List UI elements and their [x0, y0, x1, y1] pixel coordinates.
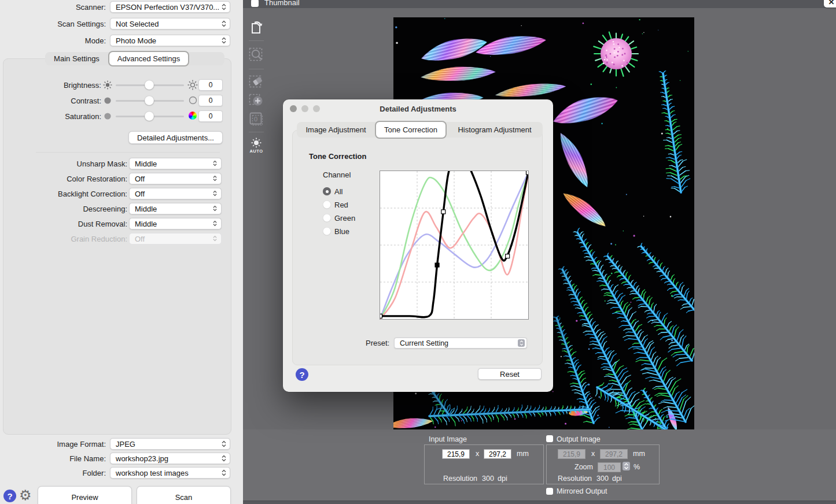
- unsharp-mask-label: Unsharp Mask:: [77, 160, 127, 168]
- chevron-updown-icon: [222, 37, 226, 44]
- tone-correction-heading: Tone Correction: [309, 152, 366, 161]
- folder-select[interactable]: workshop test images: [110, 467, 230, 479]
- eraser-icon[interactable]: [249, 74, 264, 89]
- color-restoration-label: Color Restoration:: [67, 175, 127, 183]
- contrast-value[interactable]: 0: [198, 95, 223, 106]
- settings-tabs: Main Settings Advanced Settings: [45, 52, 224, 65]
- radio-channel-green[interactable]: [323, 214, 331, 222]
- contrast-label: Contrast:: [71, 97, 101, 105]
- zoom-stepper[interactable]: [623, 462, 630, 470]
- chevron-updown-icon: [222, 469, 226, 476]
- chevron-updown-icon: [213, 220, 218, 227]
- dialog-help-button[interactable]: ?: [296, 368, 308, 381]
- mode-label: Mode:: [85, 36, 106, 45]
- preview-button[interactable]: Preview: [38, 486, 132, 504]
- counter-value: 0: [254, 116, 257, 123]
- zoom-label: Zoom: [574, 463, 593, 471]
- radio-channel-blue[interactable]: [323, 227, 331, 235]
- brightness-slider-knob[interactable]: [145, 80, 154, 90]
- chevron-updown-icon: [222, 440, 226, 447]
- brightness-value[interactable]: 0: [198, 79, 223, 91]
- file-name-label: File Name:: [69, 454, 106, 463]
- mode-select[interactable]: Photo Mode: [110, 35, 230, 46]
- output-image-checkbox[interactable]: [546, 435, 553, 442]
- reset-button[interactable]: Reset: [478, 368, 542, 380]
- folder-label: Folder:: [83, 469, 106, 477]
- channel-label: Channel: [323, 171, 351, 179]
- radio-channel-all[interactable]: [323, 187, 331, 195]
- window-bottom-edge: [243, 501, 836, 504]
- scan-button[interactable]: Scan: [137, 486, 231, 504]
- help-button[interactable]: ?: [3, 490, 16, 502]
- mirrored-output-checkbox[interactable]: [546, 488, 553, 495]
- grain-reduction-label: Grain Reduction:: [71, 235, 127, 243]
- saturation-colorwheel-icon: [189, 112, 197, 120]
- dust-removal-value: Middle: [135, 220, 157, 228]
- grain-reduction-select: Off: [129, 233, 222, 244]
- saturation-value[interactable]: 0: [198, 110, 223, 122]
- detailed-adjustments-button[interactable]: Detailed Adjustments...: [128, 131, 223, 144]
- close-button[interactable]: ✕: [824, 0, 836, 8]
- grain-reduction-value: Off: [135, 235, 145, 243]
- auto-exposure-icon[interactable]: AUTO: [249, 138, 264, 154]
- toolbar-divider: [249, 132, 264, 132]
- image-format-select[interactable]: JPEG: [110, 438, 230, 450]
- input-image-title: Input Image: [429, 435, 467, 443]
- radio-channel-blue-label: Blue: [334, 227, 349, 236]
- rotate-icon[interactable]: [249, 21, 264, 36]
- color-restoration-select[interactable]: Off: [129, 173, 222, 184]
- preset-select[interactable]: Current Setting: [394, 338, 527, 349]
- tone-curve-editor[interactable]: [380, 171, 529, 320]
- zoom-marquee-icon[interactable]: [249, 47, 264, 63]
- detailed-adjustments-dialog: Detailed Adjustments Image Adjustment To…: [283, 99, 553, 392]
- add-marquee-icon[interactable]: [249, 92, 264, 108]
- toolbar-divider: [249, 40, 264, 41]
- input-unit-label: mm: [517, 450, 529, 458]
- saturation-slider-knob[interactable]: [145, 112, 154, 121]
- gear-icon[interactable]: ⚙: [19, 487, 32, 503]
- descreening-select[interactable]: Middle: [129, 203, 222, 214]
- brightness-high-icon: [187, 80, 198, 92]
- chevron-updown-icon: [222, 20, 226, 27]
- scanner-select[interactable]: EPSON Perfection V37/V370...: [110, 1, 230, 13]
- folder-value: workshop test images: [116, 469, 189, 477]
- chevron-updown-icon: [213, 175, 218, 182]
- saturation-label: Saturation:: [65, 112, 101, 121]
- brightness-label: Brightness:: [64, 81, 101, 90]
- tab-histogram-adjustment[interactable]: Histogram Adjustment: [447, 122, 543, 138]
- divider: [36, 152, 220, 153]
- scan-settings-select[interactable]: Not Selected: [110, 18, 230, 29]
- input-image-box: 215,9 x 297,2 mm Resolution 300 dpi: [424, 444, 544, 484]
- input-width-field[interactable]: 215,9: [442, 449, 470, 459]
- thumbnail-checkbox[interactable]: [251, 0, 259, 7]
- contrast-slider-knob[interactable]: [145, 96, 154, 105]
- output-width-field: 215,9: [558, 449, 585, 459]
- input-resolution-label: Resolution: [443, 475, 477, 483]
- preview-topbar: Thumbnail ✕: [243, 0, 836, 8]
- backlight-correction-select[interactable]: Off: [129, 188, 222, 199]
- input-x-separator: x: [476, 450, 479, 458]
- scan-settings-label: Scan Settings:: [57, 20, 106, 28]
- settings-pane: [3, 58, 231, 435]
- dialog-tabs: Image Adjustment Tone Correction Histogr…: [297, 122, 543, 138]
- input-height-field[interactable]: 297,2: [484, 449, 511, 459]
- tab-main-settings[interactable]: Main Settings: [45, 52, 108, 65]
- radio-channel-red[interactable]: [323, 201, 331, 209]
- tab-image-adjustment[interactable]: Image Adjustment: [297, 122, 375, 138]
- marquee-counter-icon[interactable]: 0: [249, 112, 264, 127]
- dust-removal-select[interactable]: Middle: [129, 218, 222, 229]
- preset-value: Current Setting: [400, 339, 448, 347]
- radio-channel-red-label: Red: [334, 201, 348, 209]
- chevron-updown-icon: [213, 205, 218, 212]
- output-image-box: 215,9 x 297,2 mm Zoom 100 % Resolution 3…: [546, 444, 660, 484]
- chevron-updown-icon: [222, 3, 226, 10]
- unsharp-mask-select[interactable]: Middle: [129, 158, 222, 169]
- saturation-low-icon: [104, 112, 112, 123]
- tab-tone-correction[interactable]: Tone Correction: [375, 121, 447, 139]
- zoom-field: 100: [598, 462, 621, 472]
- file-name-select[interactable]: workshop23.jpg: [110, 453, 230, 464]
- tab-advanced-settings[interactable]: Advanced Settings: [108, 51, 189, 66]
- backlight-correction-label: Backlight Correction:: [58, 190, 127, 198]
- color-restoration-value: Off: [135, 175, 145, 183]
- dialog-title: Detailed Adjustments: [283, 105, 553, 113]
